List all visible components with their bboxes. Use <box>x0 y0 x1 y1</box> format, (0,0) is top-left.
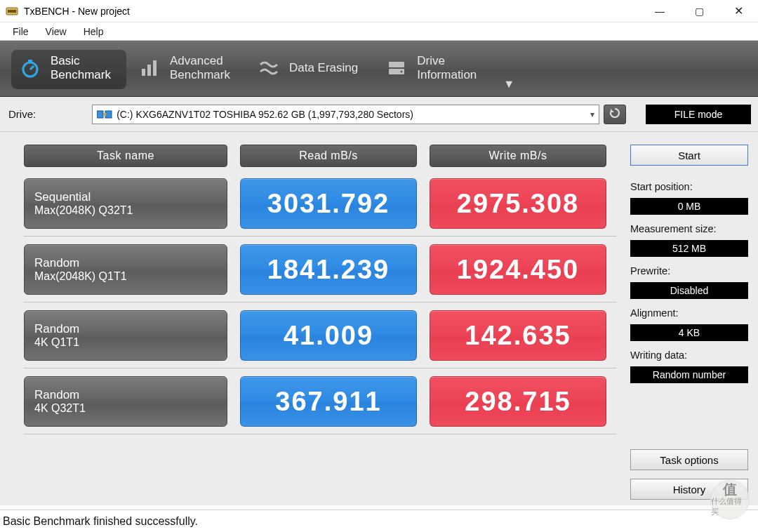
task-name-l1: Random <box>34 256 217 270</box>
prewrite-value[interactable]: Disabled <box>630 282 748 299</box>
svg-rect-12 <box>105 111 112 118</box>
wave-icon <box>257 58 281 79</box>
svg-rect-11 <box>97 111 103 118</box>
write-value: 142.635 <box>430 310 606 361</box>
bench-row-2: Random 4K Q1T1 41.009 142.635 <box>24 310 616 361</box>
task-rand-4k-q1t1[interactable]: Random 4K Q1T1 <box>24 310 227 361</box>
measurement-size-value[interactable]: 512 MB <box>630 240 748 257</box>
bench-row-1: Random Max(2048K) Q1T1 1841.239 1924.450 <box>24 244 616 295</box>
status-text: Basic Benchmark finished successfully. <box>3 515 198 528</box>
task-rand-4k-q32t1[interactable]: Random 4K Q32T1 <box>24 376 227 427</box>
read-value: 1841.239 <box>240 244 417 295</box>
drive-selected-text: (C:) KXG6AZNV1T02 TOSHIBA 952.62 GB (1,9… <box>117 109 413 120</box>
svg-rect-5 <box>142 69 145 76</box>
svg-rect-3 <box>28 60 32 62</box>
write-value: 2975.308 <box>430 178 606 229</box>
refresh-icon <box>609 107 621 121</box>
task-name-l2: 4K Q32T1 <box>34 402 217 415</box>
svg-rect-13 <box>103 113 106 116</box>
tab-advanced-benchmark[interactable]: Advanced Benchmark <box>131 49 246 88</box>
prewrite-label: Prewrite: <box>630 265 748 277</box>
bench-row-3: Random 4K Q32T1 367.911 298.715 <box>24 376 616 427</box>
write-value: 1924.450 <box>430 244 606 295</box>
maximize-button[interactable]: ▢ <box>679 0 719 22</box>
col-read: Read mB/s <box>240 145 417 167</box>
task-name-l2: Max(2048K) Q32T1 <box>34 204 217 217</box>
tab-basic-l1: Basic <box>51 54 111 68</box>
svg-rect-6 <box>147 65 151 76</box>
drive-select[interactable]: (C:) KXG6AZNV1T02 TOSHIBA 952.62 GB (1,9… <box>92 105 599 124</box>
drive-bar: Drive: (C:) KXG6AZNV1T02 TOSHIBA 952.62 … <box>0 97 758 132</box>
write-value: 298.715 <box>430 376 606 427</box>
tab-drive-l2: Information <box>417 68 477 82</box>
read-value: 41.009 <box>240 310 417 361</box>
task-seq-max2048-q32t1[interactable]: Sequential Max(2048K) Q32T1 <box>24 178 227 229</box>
measurement-size-label: Measurement size: <box>630 223 748 234</box>
task-rand-max2048-q1t1[interactable]: Random Max(2048K) Q1T1 <box>24 244 227 295</box>
chevron-down-icon: ▾ <box>590 109 594 119</box>
close-button[interactable]: ✕ <box>719 0 758 22</box>
writing-data-label: Writing data: <box>630 350 748 361</box>
tab-overflow-arrow[interactable]: ▼ <box>496 74 521 95</box>
disk-icon <box>97 109 112 120</box>
writing-data-value[interactable]: Random number <box>630 366 748 383</box>
tab-basic-l2: Benchmark <box>51 68 111 82</box>
drive-label: Drive: <box>8 108 36 120</box>
task-name-l2: 4K Q1T1 <box>34 336 217 349</box>
start-position-value[interactable]: 0 MB <box>630 198 748 215</box>
tab-drive-l1: Drive <box>417 54 477 68</box>
svg-line-4 <box>30 66 34 69</box>
app-icon <box>6 5 18 18</box>
watermark-badge: 值 什么值得买 <box>710 480 750 519</box>
task-name-l1: Sequential <box>34 190 217 204</box>
tab-adv-l1: Advanced <box>170 54 230 68</box>
tab-basic-benchmark[interactable]: Basic Benchmark <box>11 49 126 88</box>
menubar: File View Help <box>0 22 758 41</box>
task-name-l1: Random <box>34 322 217 336</box>
tab-erase-label: Data Erasing <box>289 61 358 75</box>
alignment-value[interactable]: 4 KB <box>630 324 748 341</box>
read-value: 3031.792 <box>240 178 417 229</box>
menu-help[interactable]: Help <box>75 25 112 39</box>
menu-view[interactable]: View <box>37 25 75 39</box>
svg-point-10 <box>401 70 403 72</box>
file-mode-button[interactable]: FILE mode <box>646 105 751 124</box>
stopwatch-icon <box>18 58 42 79</box>
status-bar: Basic Benchmark finished successfully. <box>0 510 758 532</box>
results-panel: Task name Read mB/s Write mB/s Sequentia… <box>0 132 627 505</box>
refresh-button[interactable] <box>604 105 626 124</box>
start-button[interactable]: Start <box>630 145 748 166</box>
watermark-sub: 什么值得买 <box>711 496 749 517</box>
task-options-button[interactable]: Task options <box>630 449 748 470</box>
svg-rect-7 <box>153 60 157 76</box>
menu-file[interactable]: File <box>4 25 37 39</box>
drive-icon <box>385 58 408 79</box>
start-position-label: Start position: <box>630 181 748 192</box>
tab-adv-l2: Benchmark <box>170 68 230 82</box>
tabstrip: Basic Benchmark Advanced Benchmark Data … <box>0 41 758 97</box>
col-write: Write mB/s <box>430 145 606 167</box>
bench-row-0: Sequential Max(2048K) Q32T1 3031.792 297… <box>24 178 616 229</box>
task-name-l2: Max(2048K) Q1T1 <box>34 270 217 283</box>
bars-icon <box>138 58 161 79</box>
task-name-l1: Random <box>34 388 217 402</box>
svg-rect-9 <box>389 62 404 67</box>
read-value: 367.911 <box>240 376 417 427</box>
window-title: TxBENCH - New project <box>24 6 130 17</box>
col-task-name: Task name <box>24 145 227 167</box>
main-area: Task name Read mB/s Write mB/s Sequentia… <box>0 132 758 505</box>
watermark-char: 值 <box>723 482 737 496</box>
minimize-button[interactable]: — <box>640 0 679 22</box>
titlebar: TxBENCH - New project — ▢ ✕ <box>0 0 758 22</box>
tab-data-erasing[interactable]: Data Erasing <box>250 49 373 88</box>
svg-rect-1 <box>8 10 16 13</box>
side-panel: Start Start position: 0 MB Measurement s… <box>627 132 758 505</box>
alignment-label: Alignment: <box>630 307 748 319</box>
tab-drive-information[interactable]: Drive Information <box>378 49 492 88</box>
